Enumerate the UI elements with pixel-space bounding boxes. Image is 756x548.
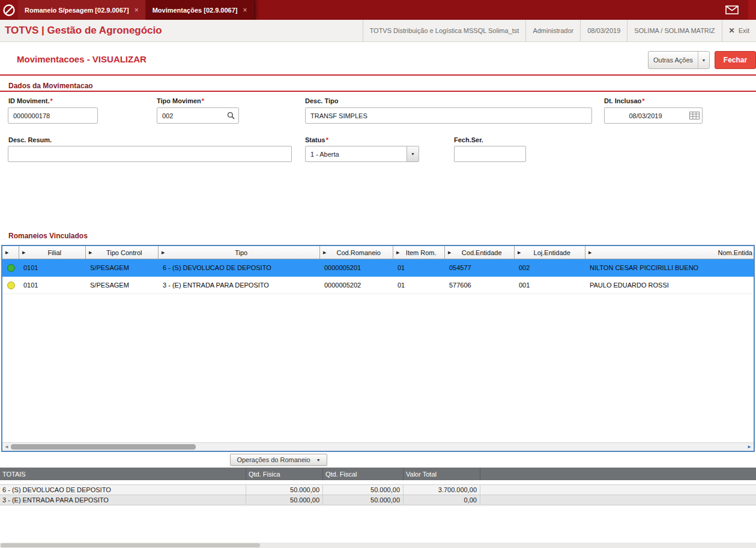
- field-label-text: Status: [305, 136, 325, 143]
- grid-horizontal-scrollbar[interactable]: ◄ ►: [2, 442, 754, 451]
- dt-inclusao-label: Dt. Inclusao*: [604, 97, 645, 104]
- required-mark: *: [642, 97, 644, 104]
- exit-label: Exit: [739, 27, 749, 34]
- operacoes-romaneio-label: Operações do Romaneio: [237, 456, 310, 463]
- section-title-dados: Dados da Movimentacao: [8, 82, 93, 90]
- fech-ser-input[interactable]: [455, 146, 525, 161]
- column-header-status[interactable]: ▶: [2, 246, 19, 259]
- fechar-button[interactable]: Fechar: [715, 51, 756, 69]
- tab-romaneio-spesagem[interactable]: Romaneio S/pesagem [02.9.0067] ×: [18, 0, 146, 20]
- outras-acoes-button[interactable]: Outras Ações ▼: [648, 51, 710, 69]
- page-horizontal-scrollbar[interactable]: [0, 543, 756, 548]
- tab-close-icon[interactable]: ×: [243, 6, 247, 14]
- column-header-cod-entidade[interactable]: ▶ Cod.Entidade: [445, 246, 515, 259]
- tab-bar: Romaneio S/pesagem [02.9.0067] × Movimen…: [0, 0, 756, 20]
- totals-empty-cell: [480, 485, 756, 495]
- scroll-right-icon[interactable]: ►: [745, 443, 754, 451]
- scroll-left-icon[interactable]: ◄: [2, 443, 11, 451]
- grid-row-1[interactable]: 0101 S/PESAGEM 6 - (S) DEVOLUCAO DE DEPO…: [2, 259, 754, 277]
- dropdown-button[interactable]: ▼: [407, 146, 419, 161]
- mail-icon[interactable]: [725, 5, 739, 14]
- scrollbar-thumb[interactable]: [1, 543, 260, 547]
- tab-close-icon[interactable]: ×: [135, 6, 139, 14]
- totals-label: 3 - (E) ENTRADA PARA DEPOSITO: [0, 495, 246, 505]
- desc-resum-input[interactable]: [8, 146, 291, 161]
- column-header-filial[interactable]: ▶ Filial: [19, 246, 86, 259]
- grid-empty-area: [2, 294, 754, 442]
- column-arrow-icon: ▶: [5, 250, 8, 255]
- cell-cod-romaneio: 0000005201: [320, 264, 393, 271]
- totals-qtd-fiscal: 50.000,00: [323, 485, 404, 495]
- scrollbar-thumb[interactable]: [11, 444, 196, 450]
- cell-nom-entidade: PAULO EDUARDO ROSSI: [585, 282, 754, 289]
- required-mark: *: [326, 136, 328, 143]
- tab-movimentacoes[interactable]: Movimentações [02.9.0067] ×: [146, 0, 255, 20]
- totals-table: TOTAIS Qtd. Fisica Qtd. Fiscal Valor Tot…: [0, 468, 756, 505]
- topbar-corner-button[interactable]: [748, 0, 756, 20]
- totals-rows: 6 - (S) DEVOLUCAO DE DEPOSITO 50.000,00 …: [0, 484, 756, 505]
- totals-header-valor-total: Valor Total: [404, 468, 480, 480]
- status-select[interactable]: ▼: [305, 146, 419, 162]
- column-header-nom-entidade[interactable]: ▶ Nom.Entida: [585, 246, 754, 259]
- cell-tipo-control: S/PESAGEM: [86, 282, 159, 289]
- dt-inclusao-input[interactable]: [605, 108, 686, 123]
- outras-acoes-label: Outras Ações: [649, 56, 698, 64]
- required-mark: *: [202, 97, 204, 104]
- totals-row-2: 3 - (E) ENTRADA PARA DEPOSITO 50.000,00 …: [0, 495, 756, 505]
- environment-label: TOTVS Distribuição e Logística MSSQL Sol…: [363, 20, 526, 41]
- operacoes-romaneio-button[interactable]: Operações do Romaneio ▼: [230, 454, 327, 466]
- search-icon[interactable]: [223, 108, 238, 123]
- column-label: Tipo: [166, 249, 319, 256]
- session-date-label: 08/03/2019: [580, 20, 627, 41]
- protheus-logo-icon[interactable]: [0, 0, 18, 20]
- tipo-movimen-label: Tipo Movimen*: [157, 97, 204, 104]
- column-label: Nom.Entida: [593, 249, 754, 256]
- totals-qtd-fisica: 50.000,00: [246, 495, 323, 505]
- status-label: Status*: [305, 136, 328, 143]
- id-moviment-input[interactable]: [8, 108, 97, 123]
- cell-status: [2, 264, 19, 272]
- cell-nom-entidade: NILTON CESAR PICCIRILLI BUENO: [585, 264, 754, 271]
- column-header-cod-romaneio[interactable]: ▶ Cod.Romaneio: [320, 246, 393, 259]
- exit-icon: ✕: [729, 26, 735, 35]
- column-header-loj-entidade[interactable]: ▶ Loj.Entidade: [515, 246, 585, 259]
- totals-qtd-fiscal: 50.000,00: [323, 495, 404, 505]
- cell-tipo-control: S/PESAGEM: [86, 264, 159, 271]
- grid-header-row: ▶ ▶ Filial ▶ Tipo Control ▶ Tipo ▶ Cod.R…: [2, 246, 754, 259]
- column-arrow-icon: ▶: [22, 250, 25, 255]
- cell-status: [2, 282, 19, 289]
- cell-item-rom: 01: [393, 282, 445, 289]
- grid-row-2[interactable]: 0101 S/PESAGEM 3 - (E) ENTRADA PARA DEPO…: [2, 277, 754, 294]
- chevron-down-icon: ▼: [411, 152, 415, 156]
- cell-tipo: 3 - (E) ENTRADA PARA DEPOSITO: [159, 282, 320, 289]
- cell-filial: 0101: [19, 264, 86, 271]
- totals-header-qtd-fisica: Qtd. Fisica: [246, 468, 323, 480]
- totals-header-qtd-fiscal: Qtd. Fiscal: [323, 468, 404, 480]
- exit-button[interactable]: ✕ Exit: [722, 20, 756, 41]
- column-arrow-icon: ▶: [89, 250, 92, 255]
- chevron-down-icon: ▼: [698, 58, 709, 62]
- column-header-item-rom[interactable]: ▶ Item Rom.: [393, 246, 445, 259]
- cell-filial: 0101: [19, 282, 86, 289]
- field-label-text: ID Moviment.: [8, 97, 49, 104]
- column-arrow-icon: ▶: [396, 250, 399, 255]
- cell-tipo: 6 - (S) DEVOLUCAO DE DEPOSITO: [159, 264, 320, 271]
- field-label-text: Fech.Ser.: [454, 136, 483, 143]
- tab-label: Movimentações [02.9.0067]: [153, 7, 238, 14]
- field-label-text: Desc. Resum.: [8, 136, 52, 143]
- column-label: Tipo Control: [94, 249, 158, 256]
- tipo-movimen-input[interactable]: [157, 108, 223, 123]
- page-title: Movimentacoes - VISUALIZAR: [17, 54, 147, 64]
- cell-cod-entidade: 577606: [445, 282, 515, 289]
- desc-tipo-input[interactable]: [306, 108, 591, 123]
- column-header-tipo[interactable]: ▶ Tipo: [159, 246, 320, 259]
- status-value: [306, 146, 407, 161]
- calendar-icon[interactable]: [686, 108, 702, 123]
- desc-tipo-label: Desc. Tipo: [305, 97, 338, 104]
- dt-inclusao-field: [604, 107, 703, 124]
- cell-cod-romaneio: 0000005202: [320, 282, 393, 289]
- column-header-tipo-control[interactable]: ▶ Tipo Control: [86, 246, 159, 259]
- envelope-icon: [725, 5, 739, 14]
- romaneios-grid: ▶ ▶ Filial ▶ Tipo Control ▶ Tipo ▶ Cod.R…: [1, 245, 755, 452]
- totals-row-1: 6 - (S) DEVOLUCAO DE DEPOSITO 50.000,00 …: [0, 485, 756, 495]
